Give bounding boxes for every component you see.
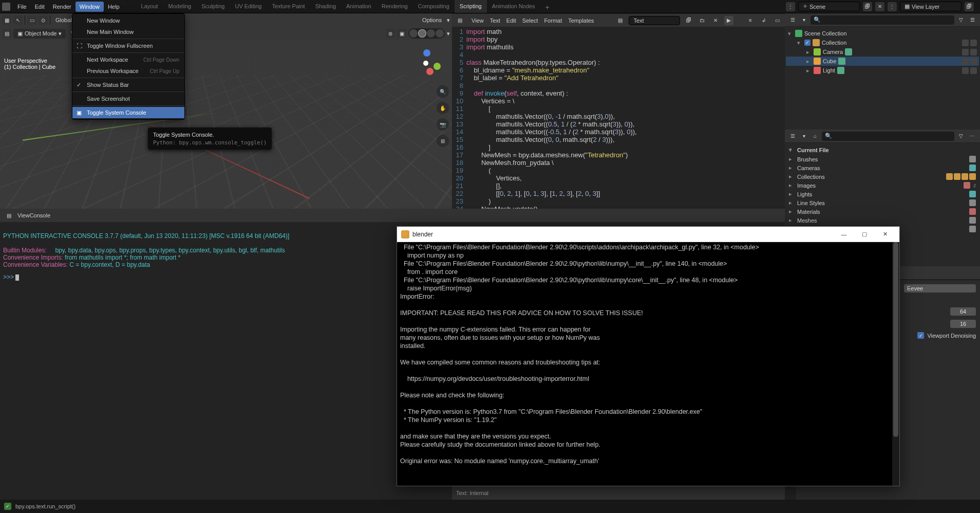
workspace-tab-layout[interactable]: Layout xyxy=(136,0,163,13)
editor-type-icon[interactable]: ☰ xyxy=(788,132,797,141)
options-dropdown[interactable]: Options xyxy=(419,15,445,25)
texteditor-menu-edit[interactable]: Edit xyxy=(503,16,519,25)
data-item-cameras[interactable]: ▸Cameras xyxy=(787,163,978,172)
workspace-tab-animation[interactable]: Animation xyxy=(341,0,376,13)
outliner[interactable]: ▾Scene Collection▾✓Collection▸Camera▸Cub… xyxy=(785,27,980,130)
syntax-highlight-icon[interactable]: ▭ xyxy=(772,16,782,25)
system-console-window[interactable]: blender — ▢ ✕ File "C:\Program Files\Ble… xyxy=(397,226,900,486)
menu-render[interactable]: Render xyxy=(49,2,76,12)
texteditor-menu-format[interactable]: Format xyxy=(541,16,565,25)
text-new-icon[interactable]: 🗐 xyxy=(684,16,693,25)
editor-type-icon[interactable]: ▦ xyxy=(2,15,11,25)
display-mode-icon[interactable]: ▾ xyxy=(799,15,808,25)
data-item-brushes[interactable]: ▸Brushes xyxy=(787,155,978,163)
blender-file-icon[interactable]: ⌂ xyxy=(811,132,820,141)
3d-viewport[interactable]: ▦ ↖ ▭ ⊙ Global ⊕ 𝌆 ○ Options ▾ ▤ ▣Object… xyxy=(0,13,452,209)
code-text[interactable]: import mathimport bpyimport mathutils cl… xyxy=(466,28,785,209)
menu-item-new-main-window[interactable]: New Main Window xyxy=(72,26,184,38)
data-item-images[interactable]: ▸Images2 xyxy=(787,181,978,190)
perspective-toggle-icon[interactable]: ⊞ xyxy=(437,135,449,147)
data-item-collections[interactable]: ▸Collections xyxy=(787,172,978,181)
rendered-shade-icon[interactable] xyxy=(436,29,444,38)
workspace-tab-compositing[interactable]: Compositing xyxy=(413,0,455,13)
matprev-shade-icon[interactable] xyxy=(427,29,435,38)
display-mode-icon[interactable]: ▾ xyxy=(799,132,808,141)
nav-gizmo[interactable] xyxy=(412,49,442,79)
texteditor-menu-templates[interactable]: Templates xyxy=(565,16,597,25)
options-icon[interactable]: ⋯ xyxy=(968,132,977,141)
data-item-lights[interactable]: ▸Lights xyxy=(787,190,978,198)
scene-name-field[interactable]: ✧Scene xyxy=(798,2,860,11)
viewlayer-new-button[interactable]: 🗐 xyxy=(965,2,974,11)
menu-item-new-window[interactable]: New Window xyxy=(72,15,184,26)
viewport-denoising-checkbox[interactable]: ✓ xyxy=(917,332,924,339)
texteditor-menu-text[interactable]: Text xyxy=(487,16,503,25)
run-script-button[interactable]: ▶ xyxy=(724,16,733,25)
workspace-tab-modeling[interactable]: Modeling xyxy=(163,0,197,13)
editor-type-icon[interactable]: ▤ xyxy=(4,211,13,220)
texteditor-menu-view[interactable]: View xyxy=(468,16,487,25)
gizmo-y-axis[interactable] xyxy=(434,63,441,70)
word-wrap-icon[interactable]: ↲ xyxy=(759,16,768,25)
viewlayer-name-field[interactable]: ▦View Layer xyxy=(900,2,962,11)
render-samples-field[interactable]: 64 xyxy=(950,307,976,316)
scene-delete-button[interactable]: ✕ xyxy=(875,2,884,11)
outliner-item-cube[interactable]: ▸Cube xyxy=(786,57,979,66)
console-output[interactable]: File "C:\Program Files\Blender Foundatio… xyxy=(397,242,899,486)
shading-mode-selector[interactable] xyxy=(408,28,445,39)
menu-help[interactable]: Help xyxy=(104,2,124,12)
menu-window[interactable]: Window xyxy=(76,2,104,12)
current-file-header[interactable]: ▾Current File xyxy=(787,145,978,155)
wireframe-shade-icon[interactable] xyxy=(409,29,418,38)
solid-shade-icon[interactable] xyxy=(418,29,426,38)
menu-item-show-status-bar[interactable]: Show Status Bar xyxy=(72,79,184,90)
menu-edit[interactable]: Edit xyxy=(31,2,49,12)
editor-type-menu-icon[interactable]: ▤ xyxy=(2,29,11,38)
outliner-item-collection[interactable]: ▾✓Collection xyxy=(786,38,979,47)
gizmo-z-axis[interactable] xyxy=(423,49,430,57)
console-scrollbar[interactable] xyxy=(892,242,899,486)
console-menu-console[interactable]: Console xyxy=(30,212,50,218)
gizmo-toggle-icon[interactable]: ⊙ xyxy=(39,15,48,25)
menu-item-previous-workspace[interactable]: Previous WorkspaceCtrl Page Up xyxy=(72,65,184,77)
chevron-down-icon[interactable]: ▾ xyxy=(447,30,450,37)
close-button[interactable]: ✕ xyxy=(875,227,895,242)
workspace-tab-scripting[interactable]: Scripting xyxy=(455,0,487,13)
zoom-icon[interactable]: 🔍 xyxy=(437,85,449,98)
text-unlink-icon[interactable]: 🗀 xyxy=(698,16,707,25)
code-area[interactable]: 1234567891011121314151617181920212223242… xyxy=(452,27,785,209)
viewlayer-browse-icon[interactable]: ⋮ xyxy=(888,2,897,11)
text-close-icon[interactable]: ✕ xyxy=(711,16,720,25)
viewport-samples-field[interactable]: 16 xyxy=(950,320,976,328)
maximize-button[interactable]: ▢ xyxy=(854,227,875,242)
console-titlebar[interactable]: blender — ▢ ✕ xyxy=(397,227,899,242)
scene-new-button[interactable]: 🗐 xyxy=(863,2,872,11)
data-search[interactable]: 🔍 xyxy=(822,132,954,141)
texteditor-menu-select[interactable]: Select xyxy=(519,16,541,25)
mode-selector[interactable]: ▣Object Mode ▾ xyxy=(13,29,66,39)
gizmo-center[interactable] xyxy=(423,61,428,66)
outliner-item-scene-collection[interactable]: ▾Scene Collection xyxy=(786,29,979,38)
text-browse-icon[interactable]: ▤ xyxy=(615,16,625,25)
menu-item-toggle-system-console[interactable]: ▣Toggle System Console xyxy=(72,107,184,118)
filter-icon[interactable]: ▽ xyxy=(956,15,966,25)
workspace-tab-rendering[interactable]: Rendering xyxy=(376,0,413,13)
menu-file[interactable]: File xyxy=(13,2,31,12)
outliner-item-camera[interactable]: ▸Camera xyxy=(786,47,979,57)
camera-view-icon[interactable]: 📷 xyxy=(437,118,449,131)
data-item-meshes[interactable]: ▸Meshes xyxy=(787,216,978,225)
add-workspace-button[interactable]: + xyxy=(540,0,554,13)
scene-browse-icon[interactable]: ⋮ xyxy=(786,2,795,11)
menu-item-save-screenshot[interactable]: Save Screenshot xyxy=(72,93,184,104)
text-name-field[interactable]: Text xyxy=(629,16,680,25)
render-engine-field[interactable]: Eevee xyxy=(904,284,976,292)
cursor-tool-icon[interactable]: ↖ xyxy=(13,15,23,25)
xray-toggle-icon[interactable]: ▣ xyxy=(397,29,406,38)
data-item-line-styles[interactable]: ▸Line Styles xyxy=(787,198,978,207)
workspace-tab-uv-editing[interactable]: UV Editing xyxy=(230,0,267,13)
new-collection-icon[interactable]: ☰ xyxy=(968,15,977,25)
minimize-button[interactable]: — xyxy=(834,227,854,242)
console-menu-view[interactable]: View xyxy=(17,212,30,218)
scrollbar-thumb[interactable] xyxy=(893,242,898,437)
editor-type-icon[interactable]: ☰ xyxy=(788,15,797,25)
